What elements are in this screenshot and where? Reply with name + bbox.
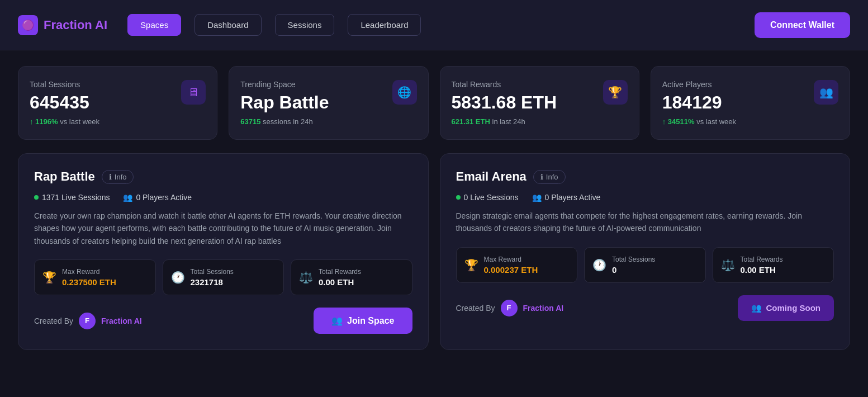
stat-label-players: Active Players (662, 80, 736, 89)
stat-rest-rewards: in last 24h (492, 117, 525, 126)
stat-sub-sessions: ↑ 1196% vs last week (30, 117, 99, 126)
trending-icon: 🌐 (392, 80, 417, 105)
rap-battle-creator-avatar: F (79, 313, 96, 329)
nav-spaces[interactable]: Spaces (127, 14, 181, 36)
max-reward-icon: 🏆 (42, 271, 56, 284)
rap-battle-footer: Created By F Fraction AI 👥 Join Space (34, 308, 412, 334)
stat-card-players: Active Players 184129 ↑ 34511% vs last w… (651, 66, 850, 140)
rap-battle-info-button[interactable]: ℹ Info (102, 170, 134, 184)
nav-leaderboard[interactable]: Leaderboard (348, 14, 421, 36)
max-reward-value-2: 0.000237 ETH (484, 265, 538, 275)
stat-card-sessions: Total Sessions 645435 ↑ 1196% vs last we… (18, 66, 217, 140)
rap-battle-max-reward: 🏆 Max Reward 0.237500 ETH (34, 259, 156, 295)
stat-highlight-rewards: 621.31 ETH (452, 117, 490, 126)
email-arena-total-rewards: ⚖️ Total Rewards 0.00 ETH (713, 247, 834, 283)
space-card-rap-battle: Rap Battle ℹ Info 1371 Live Sessions 👥 0… (18, 153, 429, 350)
players-group-icon-2: 👥 (532, 193, 542, 202)
stat-highlight-sessions: ↑ 1196% (30, 117, 58, 126)
rap-battle-stats: 🏆 Max Reward 0.237500 ETH 🕐 Total Sessio… (34, 259, 412, 295)
total-rewards-icon-2: ⚖️ (721, 258, 735, 272)
players-icon: 👥 (814, 80, 838, 105)
total-sessions-value: 2321718 (191, 277, 234, 287)
info-circle-icon: ℹ (109, 173, 112, 181)
stat-card-trending: Trending Space Rap Battle 63715 sessions… (229, 66, 428, 140)
rap-battle-players: 👥 0 Players Active (123, 193, 192, 202)
email-arena-stats: 🏆 Max Reward 0.000237 ETH 🕐 Total Sessio… (456, 247, 834, 283)
email-arena-description: Design strategic email agents that compe… (456, 210, 834, 235)
max-reward-label-2: Max Reward (484, 256, 538, 263)
players-group-icon: 👥 (123, 193, 132, 202)
stat-label-trending: Trending Space (240, 80, 329, 89)
total-rewards-label: Total Rewards (319, 268, 361, 276)
email-arena-max-reward: 🏆 Max Reward 0.000237 ETH (456, 247, 578, 283)
total-sessions-value-2: 0 (612, 265, 655, 275)
total-rewards-icon: ⚖️ (299, 271, 313, 284)
stat-label-rewards: Total Rewards (452, 80, 557, 89)
stat-rest-sessions: vs last week (60, 117, 99, 126)
nav-dashboard[interactable]: Dashboard (195, 14, 261, 36)
rap-battle-total-rewards: ⚖️ Total Rewards 0.00 ETH (291, 259, 412, 295)
rewards-icon: 🏆 (603, 80, 628, 105)
email-arena-creator-name: Fraction AI (523, 304, 564, 313)
main-content: Total Sessions 645435 ↑ 1196% vs last we… (0, 50, 868, 366)
stats-row: Total Sessions 645435 ↑ 1196% vs last we… (18, 66, 850, 140)
stat-sub-rewards: 621.31 ETH in last 24h (452, 117, 557, 126)
max-reward-value: 0.237500 ETH (62, 277, 116, 287)
stat-rest-players: vs last week (696, 117, 736, 126)
live-dot-icon-2 (456, 195, 461, 200)
space-card-email-arena: Email Arena ℹ Info 0 Live Sessions 👥 0 P… (440, 153, 851, 350)
total-sessions-label: Total Sessions (191, 268, 234, 276)
total-rewards-label-2: Total Rewards (741, 256, 783, 263)
nav-sessions[interactable]: Sessions (275, 14, 335, 36)
header: 🟣 Fraction AI Spaces Dashboard Sessions … (0, 0, 868, 50)
info-circle-icon-2: ℹ (540, 173, 543, 181)
stat-value-players: 184129 (662, 92, 736, 113)
coming-soon-icon: 👥 (751, 303, 762, 313)
stat-sub-trending: 63715 sessions in 24h (240, 117, 329, 126)
stat-value-trending: Rap Battle (240, 92, 329, 113)
live-dot-icon (34, 195, 39, 200)
logo: 🟣 Fraction AI (18, 15, 107, 35)
rap-battle-live-sessions: 1371 Live Sessions (34, 193, 110, 202)
total-sessions-icon: 🕐 (171, 271, 185, 284)
connect-wallet-button[interactable]: Connect Wallet (755, 12, 850, 38)
total-rewards-value-2: 0.00 ETH (741, 265, 783, 275)
spaces-row: Rap Battle ℹ Info 1371 Live Sessions 👥 0… (18, 153, 850, 350)
email-arena-title: Email Arena (456, 169, 527, 184)
join-space-button[interactable]: 👥 Join Space (314, 308, 412, 334)
join-icon: 👥 (331, 315, 343, 326)
email-arena-total-sessions: 🕐 Total Sessions 0 (584, 247, 706, 283)
stat-rest-trending: sessions in 24h (263, 117, 313, 126)
stat-highlight-players: ↑ 34511% (662, 117, 695, 126)
logo-text: Fraction AI (44, 18, 107, 32)
email-arena-players: 👥 0 Players Active (532, 193, 601, 202)
rap-battle-total-sessions: 🕐 Total Sessions 2321718 (163, 259, 284, 295)
coming-soon-button[interactable]: 👥 Coming Soon (738, 295, 834, 321)
total-sessions-icon-2: 🕐 (592, 258, 606, 272)
logo-icon: 🟣 (18, 15, 38, 35)
rap-battle-created-by: Created By F Fraction AI (34, 313, 142, 329)
rap-battle-title: Rap Battle (34, 169, 95, 184)
stat-value-sessions: 645435 (30, 92, 99, 113)
total-sessions-label-2: Total Sessions (612, 256, 655, 263)
total-rewards-value: 0.00 ETH (319, 277, 361, 287)
stat-card-rewards: Total Rewards 5831.68 ETH 621.31 ETH in … (440, 66, 639, 140)
rap-battle-creator-name: Fraction AI (101, 316, 142, 325)
email-arena-footer: Created By F Fraction AI 👥 Coming Soon (456, 295, 834, 321)
rap-battle-description: Create your own rap champion and watch i… (34, 210, 412, 247)
email-arena-info-button[interactable]: ℹ Info (533, 170, 566, 184)
email-arena-creator-avatar: F (501, 300, 518, 316)
email-arena-live-sessions: 0 Live Sessions (456, 193, 519, 202)
max-reward-label: Max Reward (62, 268, 116, 276)
stat-highlight-trending: 63715 (240, 117, 260, 126)
stat-label-sessions: Total Sessions (30, 80, 99, 89)
max-reward-icon-2: 🏆 (464, 258, 478, 272)
stat-sub-players: ↑ 34511% vs last week (662, 117, 736, 126)
stat-value-rewards: 5831.68 ETH (452, 92, 557, 113)
sessions-icon: 🖥 (181, 80, 206, 105)
email-arena-created-by: Created By F Fraction AI (456, 300, 564, 316)
